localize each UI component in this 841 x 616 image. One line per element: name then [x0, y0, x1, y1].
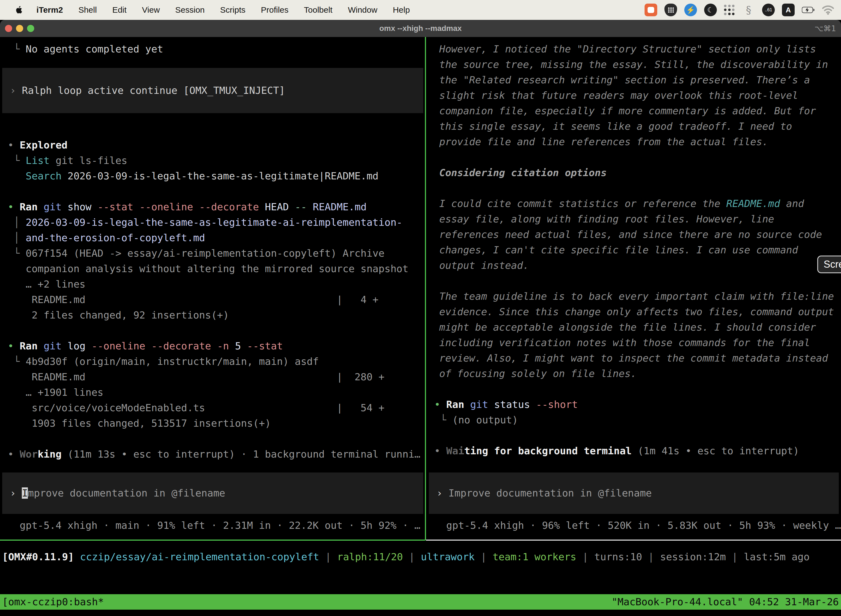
terminal-row: › Improve documentation in @filename — [429, 487, 841, 499]
right-transcript: However, I noticed the "Directory Struct… — [426, 37, 841, 459]
terminal-row: essay file, along with finding root file… — [426, 211, 841, 227]
terminal-row: • Waiting for background terminal (1m 41… — [426, 443, 841, 459]
terminal-row: gpt-5.4 xhigh · 96% left · 520K in · 5.8… — [426, 518, 841, 533]
terminal-row: › Improve documentation in @filename — [2, 487, 431, 499]
menu-item-window[interactable]: Window — [348, 5, 378, 15]
menu-items: iTerm2ShellEditViewSessionScriptsProfile… — [37, 5, 410, 15]
terminal-row: │ 2026-03-09-is-legal-the-same-as-legiti… — [0, 215, 425, 230]
terminal-row: └ 067f154 (HEAD -> essay/ai-reimplementa… — [0, 246, 425, 261]
terminal-row: slight risk that future readers may over… — [426, 88, 841, 103]
terminal-row: • Working (11m 13s • esc to interrupt) ·… — [0, 447, 425, 462]
menu-item-shell[interactable]: Shell — [78, 5, 97, 15]
right-agent-pane[interactable]: However, I noticed the "Directory Struct… — [426, 37, 841, 533]
window-title: omx --xhigh --madmax — [0, 24, 841, 33]
terminal-row: › Ralph loop active continue [OMX_TMUX_I… — [2, 84, 431, 97]
left-prompt-input[interactable]: › Improve documentation in @filename — [2, 472, 423, 514]
terminal-row: this single essay, it seems like a good … — [426, 119, 841, 134]
screen-indicator-tooltip[interactable]: Scre — [817, 255, 841, 273]
tmux-session-label: [omx-cczip0:bash* — [0, 594, 104, 610]
grid-dots-icon[interactable] — [724, 4, 735, 15]
blue-bolt-icon[interactable]: ⚡ — [684, 4, 697, 16]
menu-item-edit[interactable]: Edit — [112, 5, 127, 15]
terminal-row: └ (no output) — [426, 412, 841, 428]
battery-icon[interactable] — [802, 4, 815, 16]
menu-item-help[interactable]: Help — [393, 5, 410, 15]
window-shortcut-badge: ⌥⌘1 — [815, 24, 836, 33]
terminal-row — [426, 273, 841, 289]
terminal-row: The team guideline is to back every impo… — [426, 289, 841, 304]
right-pane-bottom-border — [426, 540, 841, 541]
menu-item-profiles[interactable]: Profiles — [261, 5, 288, 15]
moon-icon[interactable]: ☾ — [704, 4, 717, 16]
terminal-row: • Ran git show --stat --oneline --decora… — [0, 199, 425, 215]
terminal-row: README.md | 4 + — [0, 292, 425, 308]
tmux-status-bar: [omx-cczip0:bash* "MacBook-Pro-44.local"… — [0, 594, 841, 610]
window-title-bar: omx --xhigh --madmax ⌥⌘1 — [0, 20, 841, 37]
right-prompt-input[interactable]: › Improve documentation in @filename — [429, 472, 839, 514]
terminal-row: src/voice/voiceModeEnabled.ts | 54 + — [0, 400, 425, 416]
menu-item-scripts[interactable]: Scripts — [220, 5, 246, 15]
terminal-row: the source tree, missing the essay. Stil… — [426, 57, 841, 72]
menu-item-view[interactable]: View — [142, 5, 160, 15]
left-prompt-text: › Improve documentation in @filename — [2, 487, 423, 499]
terminal-row: provide file and line references from th… — [426, 134, 841, 150]
left-agent-pane[interactable]: └ No agents completed yet › Ralph loop a… — [0, 37, 425, 533]
terminal-row — [426, 381, 841, 397]
menu-bar: iTerm2ShellEditViewSessionScriptsProfile… — [0, 0, 841, 20]
terminal-row: However, I noticed the "Directory Struct… — [426, 41, 841, 57]
terminal-row — [0, 323, 425, 338]
terminal-row — [426, 150, 841, 165]
terminal-row: │ and-the-erosion-of-copyleft.md — [0, 230, 425, 246]
ralph-loop-box: › Ralph loop active continue [OMX_TMUX_I… — [2, 68, 423, 113]
sigil-icon[interactable]: § — [742, 4, 755, 16]
terminal-row — [426, 180, 841, 196]
terminal-row: companion file, especially if more comme… — [426, 103, 841, 119]
terminal-row: • Explored — [0, 138, 425, 153]
terminal-row: I could cite commit statistics or refere… — [426, 196, 841, 211]
terminal-row: └ 4b9d30f (origin/main, instructkr/main,… — [0, 354, 425, 369]
terminal-row: [OMX#0.11.9] cczip/essay/ai-reimplementa… — [0, 549, 841, 565]
menu-item-toolbelt[interactable]: Toolbelt — [304, 5, 333, 15]
chat-icon-hole — [648, 7, 654, 13]
terminal-row: Search 2026-03-09-is-legal-the-same-as-l… — [0, 168, 425, 184]
left-pane-bottom-border — [0, 540, 425, 541]
apple-menu-icon[interactable] — [14, 4, 24, 16]
chat-icon[interactable] — [645, 4, 657, 16]
left-transcript: • Explored └ List git ls-files Search 20… — [0, 138, 425, 462]
menu-item-iterm2[interactable]: iTerm2 — [37, 5, 63, 15]
terminal-row: Considering citation options — [426, 165, 841, 180]
terminal-row: the "Related research writing" section i… — [426, 72, 841, 88]
wifi-icon[interactable] — [822, 4, 834, 16]
menu-status-icons: ⚡ ☾ § ..61 A — [645, 4, 834, 16]
terminal-row: … +1901 lines — [0, 385, 425, 400]
terminal-row: • Ran git log --oneline --decorate -n 5 … — [0, 338, 425, 354]
terminal-row: └ List git ls-files — [0, 153, 425, 168]
terminal-row: 2 files changed, 92 insertions(+) — [0, 308, 425, 323]
tmux-host-clock: "MacBook-Pro-44.local" 04:52 31-Mar-26 — [611, 594, 841, 610]
terminal-row: of focusing solely on file lines. — [426, 366, 841, 381]
shield-icon[interactable] — [664, 4, 677, 16]
timer-61-icon[interactable]: ..61 — [762, 4, 775, 16]
terminal-row: 1903 files changed, 513517 insertions(+) — [0, 416, 425, 431]
terminal-row: references need actual files, and since … — [426, 227, 841, 242]
terminal-area: └ No agents completed yet › Ralph loop a… — [0, 37, 841, 616]
terminal-row: including verification notes with those … — [426, 335, 841, 351]
terminal-row — [0, 184, 425, 199]
left-head-rows: └ No agents completed yet — [0, 37, 425, 57]
pane-divider[interactable] — [425, 37, 426, 540]
menu-item-session[interactable]: Session — [175, 5, 205, 15]
terminal-row — [0, 431, 425, 447]
omx-status-bar: [OMX#0.11.9] cczip/essay/ai-reimplementa… — [0, 549, 841, 565]
terminal-row: companion analysis without altering the … — [0, 261, 425, 277]
ralph-loop-text: › Ralph loop active continue [OMX_TMUX_I… — [2, 84, 423, 97]
terminal-row: gpt-5.4 xhigh · main · 91% left · 2.31M … — [0, 518, 425, 533]
right-model-status: gpt-5.4 xhigh · 96% left · 520K in · 5.8… — [426, 518, 841, 533]
terminal-row: might be acceptable alongside the file l… — [426, 320, 841, 335]
screen-indicator-label: Scre — [823, 259, 841, 270]
terminal-row: README.md | 280 + — [0, 369, 425, 385]
shield-grid — [668, 7, 674, 13]
a-key-icon[interactable]: A — [782, 4, 795, 16]
terminal-row: … +2 lines — [0, 277, 425, 292]
terminal-row — [426, 428, 841, 443]
terminal-row: review. Also, I might want to inspect th… — [426, 351, 841, 366]
